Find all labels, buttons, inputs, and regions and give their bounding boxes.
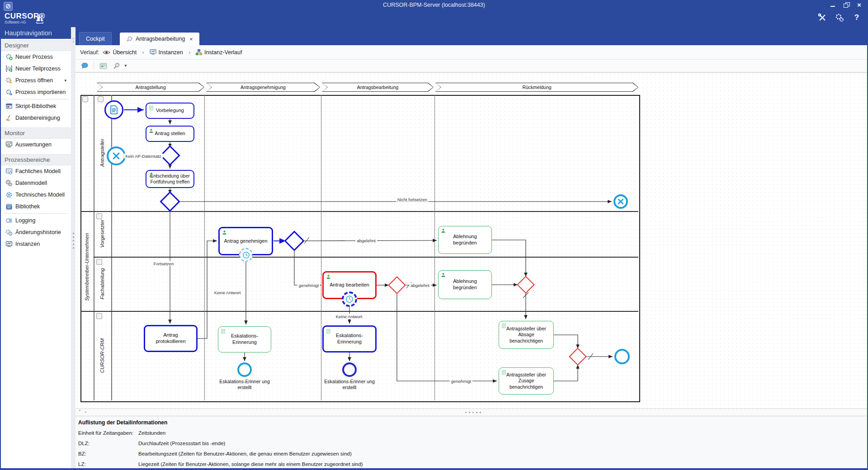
help-icon[interactable]: ?: [852, 13, 862, 23]
task-entscheidung[interactable]: Entscheidung über Fortführung treffen: [146, 170, 194, 188]
task-eskalations-erinnerung-1[interactable]: Eskalations-Erinnerung: [218, 326, 271, 352]
panel-splitter-handle[interactable]: [465, 412, 481, 413]
task-antrag-protokollieren[interactable]: Antrag protokollieren: [144, 325, 198, 352]
details-row: DLZ: Durchlaufzeit (Prozessstart bis -en…: [75, 438, 867, 448]
splitter-handle[interactable]: [73, 233, 74, 249]
end-event-final[interactable]: [614, 349, 630, 364]
sidebar-item-label: Datenmodell: [15, 180, 47, 186]
task-label: Ablehnung begründen: [442, 234, 488, 246]
sidebar-item-logging[interactable]: Logging: [1, 215, 71, 226]
sidebar-item-label: Prozess öffnen: [15, 77, 53, 84]
sidebar-item-neuer-teilprozess[interactable]: Neuer Teilprozess: [1, 63, 71, 75]
sidebar-item-fachliches-modell[interactable]: Fachliches Modell: [1, 165, 71, 177]
details-title: Auflistung der Detailinformationen: [75, 416, 867, 428]
script-icon: [149, 105, 154, 113]
toolbar-separator: [94, 62, 94, 70]
tab-close-icon[interactable]: ×: [189, 36, 193, 42]
breadcrumb-label: Übersicht: [113, 49, 137, 56]
zoom-dropdown-caret[interactable]: ▼: [124, 64, 127, 68]
org-chart-icon: [196, 49, 202, 55]
sidebar-item-auswertungen[interactable]: Auswertungen: [1, 139, 71, 150]
sidebar-item-label: Skript-Bibliothek: [15, 103, 56, 109]
sidebar-item-bibliothek[interactable]: Bibliothek: [1, 201, 71, 212]
divider: [4, 99, 68, 99]
task-absage-benachrichtigen[interactable]: Antragssteller über Absage benachrichtig…: [499, 321, 554, 349]
start-event-document[interactable]: [104, 100, 123, 119]
task-eskalations-erinnerung-2[interactable]: Eskalations-Erinnerung: [322, 325, 377, 352]
event-label-eskalation-2: Eskalations-Erinner ung erstellt: [324, 379, 375, 390]
gear-user-icon: [5, 77, 13, 84]
sidebar-item-datenmodell[interactable]: Datenmodell: [1, 177, 71, 189]
flow-label-keine-antwort-1: Keine Antwort: [213, 290, 242, 295]
window-title: CURSOR-BPM-Server (localhost:38443): [0, 2, 868, 8]
restore-button[interactable]: [844, 2, 850, 8]
tab-cockpit[interactable]: Cockpit: [79, 32, 112, 45]
monitor-chart-icon: [5, 141, 13, 148]
sidebar-item-prozess-oeffnen[interactable]: Prozess öffnen ▾: [1, 75, 71, 86]
task-label: Antrag protokollieren: [148, 332, 193, 345]
task-label: Entscheidung über Fortführung treffen: [150, 173, 190, 185]
end-event-eskalation-1[interactable]: [237, 362, 252, 377]
tools-icon[interactable]: [817, 13, 827, 23]
sidebar-item-technisches-modell[interactable]: Technisches Modell: [1, 189, 71, 201]
details-label: DLZ:: [78, 441, 138, 446]
comment-tool-button[interactable]: [80, 61, 89, 70]
gear-history-icon: [5, 229, 13, 236]
task-ablehnung-begruenden-1[interactable]: Ablehnung begründen: [438, 226, 492, 254]
breadcrumb-instanz-verlauf[interactable]: Instanz-Verlauf: [196, 49, 242, 56]
sidebar-item-label: Änderungshistorie: [15, 229, 61, 235]
sidebar-item-skript-bibliothek[interactable]: Skript-Bibliothek: [1, 100, 71, 112]
panel-collapse-arrows[interactable]: ⌃ ⌄: [78, 409, 88, 414]
task-label: Eskalations-Erinnerung: [222, 333, 268, 346]
end-event-nicht-fortsetzen[interactable]: [613, 194, 628, 209]
sidebar-item-aenderungshistorie[interactable]: Änderungshistorie: [1, 226, 71, 238]
sidebar-item-prozess-importieren[interactable]: Prozess importieren: [1, 86, 71, 98]
breadcrumb-uebersicht[interactable]: Übersicht: [103, 49, 137, 56]
end-event-eskalation-2[interactable]: [342, 362, 357, 377]
script-icon: [501, 370, 506, 376]
details-value: Zeitstunden: [138, 430, 165, 436]
image-export-button[interactable]: [99, 61, 108, 70]
script-icon: [326, 329, 331, 336]
settings-gears-icon[interactable]: [835, 13, 844, 23]
details-value: Liegezeit (Zeiten für Benutzer-Aktionen,…: [138, 461, 363, 467]
timer-boundary-genehmigen[interactable]: [239, 248, 253, 262]
task-antrag-stellen[interactable]: Antrag stellen: [146, 126, 194, 142]
clock-icon: [242, 251, 250, 259]
breadcrumb-instanzen[interactable]: Instanzen: [150, 49, 183, 56]
section-designer: Designer: [1, 40, 71, 51]
task-ablehnung-begruenden-2[interactable]: Ablehnung begründen: [438, 270, 492, 299]
tab-antragsbearbeitung[interactable]: Antragsbearbeitung ×: [120, 33, 199, 45]
task-label: Antrag stellen: [155, 131, 185, 137]
speech-bubble-icon: [81, 62, 89, 69]
sidebar-splitter[interactable]: ‹›: [71, 27, 75, 468]
diagram-canvas[interactable]: Antragstellung Antragsgenehmigung Antrag…: [75, 72, 867, 409]
database-icon: [5, 179, 13, 187]
sidebar-item-datenbereinigung[interactable]: Datenbereinigung: [1, 112, 71, 124]
sidebar-item-label: Datenbereinigung: [15, 115, 60, 121]
tab-label: Antragsbearbeitung: [136, 36, 185, 42]
user-icon: [149, 128, 154, 135]
sidebar-item-instanzen[interactable]: Instanzen: [1, 238, 71, 250]
title-bar: CURSOR-BPM-Server (localhost:38443) ×: [0, 0, 868, 10]
gear-log-icon: [5, 217, 13, 224]
panel-splitter[interactable]: ⌃ ⌄: [75, 409, 867, 416]
breadcrumb-separator: ›: [189, 49, 190, 56]
breadcrumb: Verlauf: Übersicht › Instanzen › Instanz…: [75, 45, 867, 60]
task-zusage-benachrichtigen[interactable]: Antragssteller über Zusage benachrichtig…: [499, 367, 554, 395]
end-event-kein-datensatz[interactable]: [107, 146, 126, 165]
app-window: CURSOR-BPM-Server (localhost:38443) × CU…: [0, 0, 868, 470]
flow-label-nicht-fortsetzen: Nicht fortsetzen: [396, 197, 429, 202]
dropdown-caret-icon[interactable]: ▾: [64, 78, 66, 83]
splitter-collapse-arrows[interactable]: ‹›: [71, 37, 75, 43]
zoom-tool-button[interactable]: [112, 61, 121, 70]
timer-boundary-bearbeiten[interactable]: [342, 291, 357, 307]
sidebar-item-neuer-prozess[interactable]: Neuer Prozess: [1, 51, 71, 63]
minimize-button[interactable]: [830, 2, 836, 8]
task-label: Antrag genehmigen: [224, 238, 267, 244]
breadcrumb-label: Instanz-Verlauf: [204, 49, 242, 56]
close-button[interactable]: ×: [857, 2, 863, 8]
task-vorbelegung[interactable]: Vorbelegung: [146, 103, 194, 119]
task-label: Eskalations-Erinnerung: [327, 333, 372, 345]
clock-icon: [345, 295, 354, 303]
